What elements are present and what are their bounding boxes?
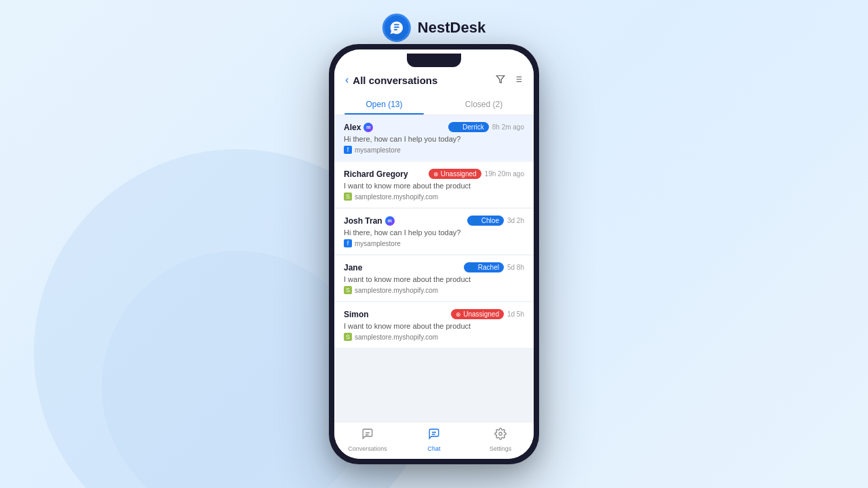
conversations-icon	[361, 428, 374, 443]
conv-source: S samplestore.myshopify.com	[344, 333, 524, 341]
conv-header: Josh Tran m 👤 Chloe 3d 2h	[344, 216, 524, 226]
conv-message: I want to know more about the product	[344, 322, 524, 330]
nav-settings[interactable]: Settings	[467, 422, 534, 459]
header-icons	[496, 75, 523, 86]
nav-chat-label: Chat	[427, 445, 440, 452]
phone-screen: ‹ All conversations O	[334, 49, 534, 459]
conv-meta: 👤 Rachel 5d 8h	[464, 262, 524, 272]
bottom-nav: Conversations Chat	[334, 422, 534, 459]
assignee-badge: 👤 Rachel	[464, 262, 504, 272]
conv-source: f mysamplestore	[344, 239, 524, 247]
tabs-bar: Open (13) Closed (2)	[334, 94, 534, 115]
conversation-item-alex[interactable]: Alex m 👤 Derrick 8h 2m ago Hi there, how…	[334, 115, 534, 161]
conv-name: Richard Gregory	[344, 169, 408, 179]
messenger-icon: m	[363, 123, 373, 132]
assignee-badge: 👤 Derrick	[448, 122, 489, 132]
nav-conversations[interactable]: Conversations	[334, 422, 401, 459]
sort-icon[interactable]	[513, 75, 523, 86]
assignee-badge: ⊗ Unassigned	[451, 309, 504, 319]
conv-header: Alex m 👤 Derrick 8h 2m ago	[344, 122, 524, 132]
tab-closed[interactable]: Closed (2)	[434, 94, 534, 115]
conv-meta: ⊗ Unassigned 1d 5h	[451, 309, 524, 319]
logo-area: NestDesk	[382, 14, 486, 42]
nav-settings-label: Settings	[490, 445, 512, 452]
logo-icon	[382, 14, 411, 42]
conversation-item-simon[interactable]: Simon ⊗ Unassigned 1d 5h I want to know …	[334, 302, 534, 348]
assignee-badge: 👤 Chloe	[467, 216, 504, 226]
conv-meta: 👤 Chloe 3d 2h	[467, 216, 524, 226]
conv-meta: 👤 Derrick 8h 2m ago	[448, 122, 524, 132]
logo-text: NestDesk	[418, 19, 486, 37]
conv-message: I want to know more about the product	[344, 275, 524, 283]
conversation-item-jane[interactable]: Jane 👤 Rachel 5d 8h I want to know more …	[334, 256, 534, 301]
chat-icon	[428, 428, 440, 443]
facebook-icon: f	[344, 239, 352, 247]
settings-icon	[494, 428, 507, 443]
conv-header: Richard Gregory ⊗ Unassigned 19h 20m ago	[344, 169, 524, 179]
conversation-item-josh[interactable]: Josh Tran m 👤 Chloe 3d 2h Hi there, how …	[334, 209, 534, 254]
conv-message: I want to know more about the product	[344, 182, 524, 190]
conv-name: Alex m	[344, 123, 373, 132]
phone-notch	[407, 54, 461, 67]
logo-svg	[389, 20, 404, 35]
assignee-badge: ⊗ Unassigned	[429, 169, 481, 179]
header-left: ‹ All conversations	[345, 74, 437, 86]
conversation-list: Alex m 👤 Derrick 8h 2m ago Hi there, how…	[334, 115, 534, 422]
phone-frame: ‹ All conversations O	[329, 44, 539, 464]
nav-conversations-label: Conversations	[348, 445, 387, 452]
shopify-icon: S	[344, 286, 352, 294]
conv-name: Jane	[344, 263, 362, 272]
facebook-icon: f	[344, 146, 352, 154]
app-header: ‹ All conversations	[334, 68, 534, 94]
conv-source: f mysamplestore	[344, 146, 524, 154]
conv-meta: ⊗ Unassigned 19h 20m ago	[429, 169, 524, 179]
nav-chat[interactable]: Chat	[401, 422, 467, 459]
conv-message: Hi there, how can I help you today?	[344, 135, 524, 143]
filter-icon[interactable]	[496, 75, 505, 86]
shopify-icon: S	[344, 333, 352, 341]
conv-header: Simon ⊗ Unassigned 1d 5h	[344, 309, 524, 319]
conv-name: Josh Tran m	[344, 216, 395, 226]
conversation-item-richard[interactable]: Richard Gregory ⊗ Unassigned 19h 20m ago…	[334, 162, 534, 207]
conv-source: S samplestore.myshopify.com	[344, 192, 524, 201]
shopify-icon: S	[344, 192, 352, 201]
conv-header: Jane 👤 Rachel 5d 8h	[344, 262, 524, 272]
messenger-icon: m	[385, 216, 395, 226]
back-arrow-icon[interactable]: ‹	[345, 74, 349, 86]
page-title: All conversations	[353, 75, 437, 86]
conv-message: Hi there, how can I help you today?	[344, 228, 524, 237]
tab-open[interactable]: Open (13)	[334, 94, 434, 115]
conv-name: Simon	[344, 310, 369, 319]
svg-marker-0	[496, 75, 505, 83]
svg-point-11	[499, 432, 502, 436]
conv-source: S samplestore.myshopify.com	[344, 286, 524, 294]
